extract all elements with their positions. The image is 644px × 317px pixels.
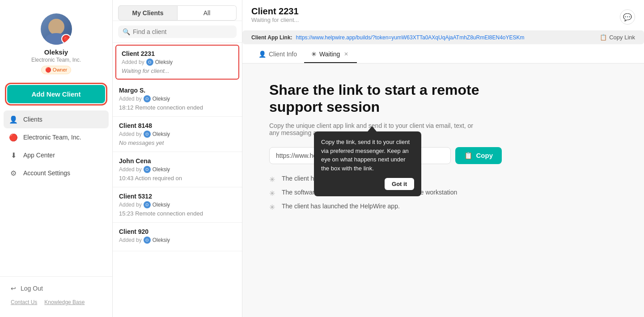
sidebar-item-app-center[interactable]: ⬇ App Center [4, 146, 109, 164]
settings-icon: ⚙ [9, 169, 18, 178]
search-icon: 🔍 [123, 28, 130, 35]
tab-client-info[interactable]: 👤 Client Info [251, 46, 304, 63]
added-by-avatar: O [144, 237, 151, 244]
list-item[interactable]: Client 2231 Added by O Oleksiy Waiting f… [115, 45, 239, 80]
list-item[interactable]: Client 920 Added by O Oleksiy [113, 223, 242, 251]
client-added-by: Added by O Oleksiy [122, 59, 233, 66]
client-item-status: 10:43 Action required on [119, 175, 236, 182]
sidebar-item-label-app-center: App Center [23, 152, 55, 159]
contact-us-link[interactable]: Contact Us [11, 299, 37, 305]
app-link-label: Client App Link: [251, 34, 292, 41]
client-subtitle: Waiting for client... [251, 17, 299, 23]
avatar: 🔴 [41, 13, 72, 45]
list-item[interactable]: Margo S. Added by O Oleksiy 18:12 Remote… [113, 81, 242, 117]
page-title: Client 2231 [251, 6, 299, 17]
tooltip-text: Copy the link, send it to your client vi… [321, 139, 410, 172]
copy-btn-icon: 📋 [464, 152, 473, 160]
tab-my-clients[interactable]: My Clients [118, 5, 178, 21]
search-wrap: 🔍 [118, 25, 237, 38]
tooltip: Copy the link, send it to your client vi… [314, 126, 421, 196]
client-item-status: 18:12 Remote connection ended [119, 104, 236, 111]
copy-button[interactable]: 📋 Copy [455, 147, 502, 164]
app-link-bar: Client App Link: https://www.helpwire.ap… [242, 30, 644, 44]
step-item: ✳ The client has launched the HelpWire a… [269, 203, 502, 211]
sidebar-item-label-clients: Clients [23, 116, 42, 123]
app-center-icon: ⬇ [9, 151, 18, 160]
spinner-icon-2: ✳ [269, 189, 277, 197]
client-item-name: Client 2231 [122, 50, 233, 57]
owner-badge: 🔴 Owner [41, 66, 71, 74]
client-added-by: Added by O Oleksiy [119, 131, 236, 138]
share-section: Share the link to start a remote support… [242, 63, 644, 317]
tooltip-arrow [368, 126, 377, 131]
client-item-name: Client 8148 [119, 122, 236, 129]
search-input[interactable] [133, 28, 232, 35]
spinner-icon-1: ✳ [269, 175, 277, 183]
logout-label: Log Out [21, 285, 43, 292]
app-link-url: https://www.helpwire.app/builds/?token=y… [296, 34, 597, 41]
knowledge-base-link[interactable]: Knowledge Base [44, 299, 85, 305]
tab-all-clients[interactable]: All [178, 5, 237, 21]
share-title: Share the link to start a remote support… [269, 81, 493, 116]
client-added-by: Added by O Oleksiy [119, 237, 236, 244]
sidebar-item-account-settings[interactable]: ⚙ Account Settings [4, 164, 109, 182]
client-item-name: John Cena [119, 157, 236, 165]
tooltip-box: Copy the link, send it to your client vi… [314, 131, 421, 196]
sidebar-item-team[interactable]: 🔴 Electronic Team, Inc. [4, 128, 109, 146]
client-tabs: My Clients All [113, 0, 242, 21]
tab-waiting[interactable]: ✳ Waiting ✕ [304, 46, 357, 63]
client-added-by: Added by O Oleksiy [119, 95, 236, 102]
logout-icon: ↩ [11, 285, 16, 292]
chat-icon-button[interactable]: 💬 [620, 9, 635, 25]
spinner-icon-3: ✳ [269, 203, 277, 211]
client-item-status: No messages yet [119, 139, 236, 146]
client-list-panel: My Clients All 🔍 Client 2231 Added by O … [113, 0, 242, 317]
added-by-avatar: O [146, 59, 153, 66]
clients-icon: 👤 [9, 115, 18, 124]
list-item[interactable]: John Cena Added by O Oleksiy 10:43 Actio… [113, 152, 242, 187]
client-item-status: 15:23 Remote connection ended [119, 210, 236, 217]
copy-icon: 📋 [600, 34, 607, 41]
sidebar-item-label-team: Electronic Team, Inc. [23, 134, 81, 141]
waiting-icon: ✳ [311, 51, 317, 58]
user-name: Oleksiy [44, 48, 68, 56]
client-item-status: Waiting for client... [122, 68, 233, 74]
added-by-avatar: O [144, 95, 151, 102]
search-box: 🔍 [113, 21, 242, 43]
client-added-by: Added by O Oleksiy [119, 201, 236, 208]
client-title-row: Client 2231 Waiting for client... 💬 [251, 6, 635, 28]
chat-icon: 💬 [623, 13, 632, 21]
client-item-name: Margo S. [119, 87, 236, 94]
client-info-icon: 👤 [258, 51, 266, 58]
sidebar-links: Contact Us Knowledge Base [9, 299, 103, 305]
team-icon: 🔴 [9, 133, 18, 142]
tab-nav: 👤 Client Info ✳ Waiting ✕ [251, 46, 635, 63]
client-item-name: Client 5312 [119, 193, 236, 200]
main-header: Client 2231 Waiting for client... 💬 Clie… [242, 0, 644, 63]
client-added-by: Added by O Oleksiy [119, 166, 236, 173]
user-team: Electronic Team, Inc. [31, 57, 81, 63]
added-by-avatar: O [144, 166, 151, 173]
add-new-client-button[interactable]: Add New Client [7, 85, 105, 103]
logout-button[interactable]: ↩ Log Out [9, 281, 103, 296]
close-tab-icon[interactable]: ✕ [343, 51, 350, 58]
sidebar-item-label-settings: Account Settings [23, 169, 70, 177]
sidebar-footer: ↩ Log Out Contact Us Knowledge Base [0, 276, 112, 313]
owner-badge-avatar: 🔴 [61, 34, 71, 44]
sidebar-profile: 🔴 Oleksiy Electronic Team, Inc. 🔴 Owner [0, 9, 112, 81]
sidebar-item-clients[interactable]: 👤 Clients [4, 110, 109, 128]
added-by-avatar: O [144, 131, 151, 138]
list-item[interactable]: Client 8148 Added by O Oleksiy No messag… [113, 117, 242, 152]
got-it-button[interactable]: Got it [385, 178, 414, 190]
added-by-avatar: O [144, 201, 151, 208]
main-content: Client 2231 Waiting for client... 💬 Clie… [242, 0, 644, 317]
step-text-3: The client has launched the HelpWire app… [282, 203, 400, 210]
client-item-name: Client 920 [119, 228, 236, 235]
client-list: Client 2231 Added by O Oleksiy Waiting f… [113, 43, 242, 317]
sidebar: 🔴 Oleksiy Electronic Team, Inc. 🔴 Owner … [0, 0, 113, 317]
sidebar-nav: 👤 Clients 🔴 Electronic Team, Inc. ⬇ App … [0, 110, 112, 276]
list-item[interactable]: Client 5312 Added by O Oleksiy 15:23 Rem… [113, 187, 242, 223]
copy-link-button[interactable]: 📋 Copy Link [600, 34, 635, 41]
